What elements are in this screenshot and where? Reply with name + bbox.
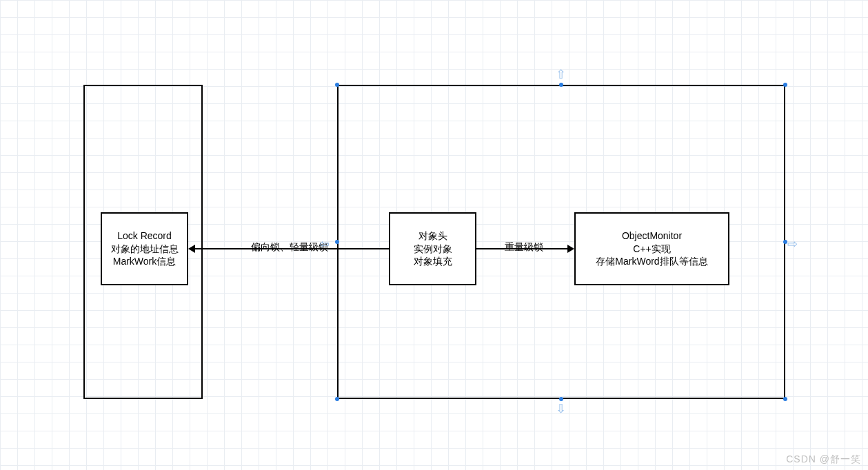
object-head-line3: 对象填充 (414, 255, 452, 268)
edge-bias-light-arrowhead (188, 245, 195, 253)
selection-handle[interactable] (559, 397, 563, 401)
lock-record-line2: 对象的地址信息 (111, 243, 179, 256)
object-monitor-line3: 存储MarkWord排队等信息 (596, 255, 707, 268)
selection-handle[interactable] (783, 397, 787, 401)
selection-handle[interactable] (559, 83, 563, 87)
lock-record-line3: MarkWork信息 (113, 255, 176, 268)
selection-handle[interactable] (335, 397, 339, 401)
selection-arrow-right-icon: ⇨ (787, 236, 798, 252)
selection-handle[interactable] (783, 83, 787, 87)
diagram-canvas: Lock Record 对象的地址信息 MarkWork信息 对象头 实例对象 … (0, 0, 868, 470)
selection-handle[interactable] (335, 240, 339, 244)
selection-arrow-down-icon: ⇩ (556, 401, 566, 416)
lock-record-line1: Lock Record (117, 229, 172, 243)
object-monitor-line2: C++实现 (633, 243, 670, 256)
edge-heavy-line (476, 248, 567, 249)
selection-handle[interactable] (335, 83, 339, 87)
selection-handle[interactable] (783, 240, 787, 244)
edge-heavy-arrowhead (567, 245, 574, 253)
selection-arrow-up-icon: ⇧ (556, 67, 566, 82)
object-head-line1: 对象头 (418, 229, 447, 243)
edge-bias-light-line (195, 248, 389, 249)
watermark-text: CSDN @舒一笑 (786, 453, 861, 466)
object-head-line2: 实例对象 (414, 243, 452, 256)
node-object-monitor: ObjectMonitor C++实现 存储MarkWord排队等信息 (574, 212, 729, 285)
object-monitor-line1: ObjectMonitor (622, 229, 682, 243)
node-object-head: 对象头 实例对象 对象填充 (389, 212, 476, 285)
node-lock-record: Lock Record 对象的地址信息 MarkWork信息 (101, 212, 188, 285)
